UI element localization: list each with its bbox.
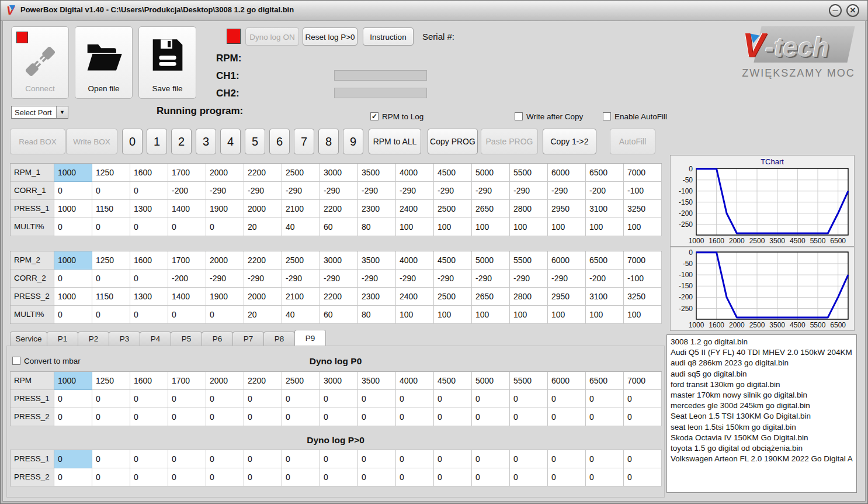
table-cell[interactable]: 0 — [130, 218, 168, 236]
file-list-item[interactable]: audi sq5 go digital.bin — [671, 369, 853, 379]
table-cell[interactable]: -100 — [624, 270, 662, 288]
table-cell[interactable]: 5500 — [510, 372, 548, 390]
table-cell[interactable]: 1000 — [54, 164, 92, 182]
table-cell[interactable]: 40 — [282, 306, 320, 324]
table-cell[interactable]: 0 — [168, 390, 206, 408]
table-cell[interactable]: 0 — [282, 468, 320, 486]
table-cell[interactable]: 2200 — [244, 372, 282, 390]
table-cell[interactable]: 0 — [624, 468, 662, 486]
autofill-button[interactable]: AutoFill — [610, 129, 655, 154]
table-cell[interactable]: 3000 — [320, 164, 358, 182]
file-list-item[interactable]: Seat Leon 1.5 TSI 130KM Go Digital.bin — [671, 411, 853, 422]
table-cell[interactable]: 0 — [130, 306, 168, 324]
table-cell[interactable]: 0 — [472, 468, 510, 486]
table-cell[interactable]: 0 — [54, 182, 92, 200]
tab[interactable]: P9 — [294, 330, 326, 346]
table-cell[interactable]: 0 — [434, 408, 472, 426]
table-cell[interactable]: 0 — [244, 390, 282, 408]
table-cell[interactable]: 0 — [206, 408, 244, 426]
table-cell[interactable]: -290 — [396, 182, 434, 200]
file-list-item[interactable]: mercedes gle 300d 245km go digital.bin — [671, 401, 853, 411]
table-cell[interactable]: 40 — [282, 218, 320, 236]
table-cell[interactable]: 0 — [358, 408, 396, 426]
table-cell[interactable]: 1900 — [206, 288, 244, 306]
table-cell[interactable]: -290 — [434, 270, 472, 288]
select-port-dropdown[interactable]: Select Port ▼ — [11, 106, 68, 119]
table-cell[interactable]: 100 — [510, 306, 548, 324]
write-box-button[interactable]: Write BOX — [66, 129, 117, 154]
table-cell[interactable]: 0 — [548, 408, 586, 426]
tab[interactable]: P3 — [109, 332, 140, 346]
table-cell[interactable]: 2200 — [320, 288, 358, 306]
table-cell[interactable]: 0 — [358, 450, 396, 468]
table-cell[interactable]: 0 — [320, 450, 358, 468]
program-digit-button[interactable]: 9 — [343, 129, 363, 154]
table-cell[interactable]: 0 — [396, 468, 434, 486]
table-cell[interactable]: 0 — [168, 306, 206, 324]
table-cell[interactable]: 60 — [320, 218, 358, 236]
file-list-item[interactable]: audi q8 286km 2023 go digital.bin — [671, 358, 853, 368]
file-list-item[interactable]: 3008 1.2 go digital.bin — [671, 337, 853, 347]
table-cell[interactable]: 0 — [586, 408, 624, 426]
table-cell[interactable]: 0 — [396, 408, 434, 426]
open-file-button[interactable]: Open file — [75, 26, 133, 99]
table-cell[interactable]: 0 — [624, 450, 662, 468]
table-cell[interactable]: 2000 — [206, 251, 244, 270]
checkbox-box[interactable] — [515, 112, 523, 120]
tab[interactable]: P1 — [47, 332, 78, 346]
table-cell[interactable]: 0 — [282, 390, 320, 408]
table-cell[interactable]: 100 — [586, 306, 624, 324]
table-cell[interactable]: 1000 — [54, 251, 92, 270]
table-cell[interactable]: -290 — [320, 270, 358, 288]
table-cell[interactable]: 5000 — [472, 251, 510, 270]
table-cell[interactable]: 3100 — [586, 288, 624, 306]
table-cell[interactable]: -290 — [510, 182, 548, 200]
table-cell[interactable]: 1600 — [130, 251, 168, 270]
table-cell[interactable]: -290 — [282, 182, 320, 200]
minimize-button[interactable]: ─ — [829, 4, 842, 17]
table-cell[interactable]: 5000 — [472, 164, 510, 182]
table-cell[interactable]: 1600 — [130, 164, 168, 182]
table-cell[interactable]: 0 — [54, 468, 92, 486]
file-list-item[interactable]: Skoda Octavia IV 150KM Go Digital.bin — [671, 433, 853, 443]
tab[interactable]: P7 — [232, 332, 264, 346]
checkbox-box[interactable] — [603, 112, 611, 120]
tab[interactable]: P6 — [202, 332, 233, 346]
table-cell[interactable]: 100 — [510, 218, 548, 236]
table-cell[interactable]: 80 — [358, 218, 396, 236]
table-cell[interactable]: 0 — [130, 270, 168, 288]
table-cell[interactable]: 2650 — [472, 288, 510, 306]
program-digit-button[interactable]: 4 — [220, 129, 241, 154]
table-cell[interactable]: 0 — [472, 450, 510, 468]
table-cell[interactable]: -290 — [358, 182, 396, 200]
rpm-to-all-button[interactable]: RPM to ALL — [369, 129, 421, 154]
table-cell[interactable]: -290 — [244, 270, 282, 288]
table-cell[interactable]: 0 — [92, 270, 130, 288]
table-cell[interactable]: 1400 — [168, 200, 206, 218]
table-cell[interactable]: -290 — [548, 182, 586, 200]
table-cell[interactable]: -290 — [510, 270, 548, 288]
instruction-button[interactable]: Instruction — [363, 27, 414, 46]
table-cell[interactable]: 2800 — [510, 288, 548, 306]
table-cell[interactable]: 100 — [548, 218, 586, 236]
table-cell[interactable]: 1150 — [92, 200, 130, 218]
table-cell[interactable]: -290 — [244, 182, 282, 200]
table-cell[interactable]: 0 — [434, 450, 472, 468]
table-cell[interactable]: 0 — [510, 468, 548, 486]
table-cell[interactable]: 0 — [472, 408, 510, 426]
table-cell[interactable]: 0 — [92, 390, 130, 408]
table-cell[interactable]: 0 — [54, 218, 92, 236]
table-cell[interactable]: 0 — [510, 408, 548, 426]
program-digit-button[interactable]: 0 — [122, 129, 143, 154]
table-cell[interactable]: 3250 — [624, 200, 662, 218]
table-cell[interactable]: 6500 — [586, 372, 624, 390]
table-cell[interactable]: 0 — [206, 218, 244, 236]
table-cell[interactable]: 2000 — [206, 164, 244, 182]
table-cell[interactable]: 0 — [548, 450, 586, 468]
table-cell[interactable]: 100 — [472, 218, 510, 236]
table-cell[interactable]: 4000 — [396, 164, 434, 182]
table-cell[interactable]: 20 — [244, 218, 282, 236]
connect-button[interactable]: Connect — [11, 26, 69, 99]
table-cell[interactable]: 1250 — [92, 164, 130, 182]
table-cell[interactable]: 100 — [396, 306, 434, 324]
